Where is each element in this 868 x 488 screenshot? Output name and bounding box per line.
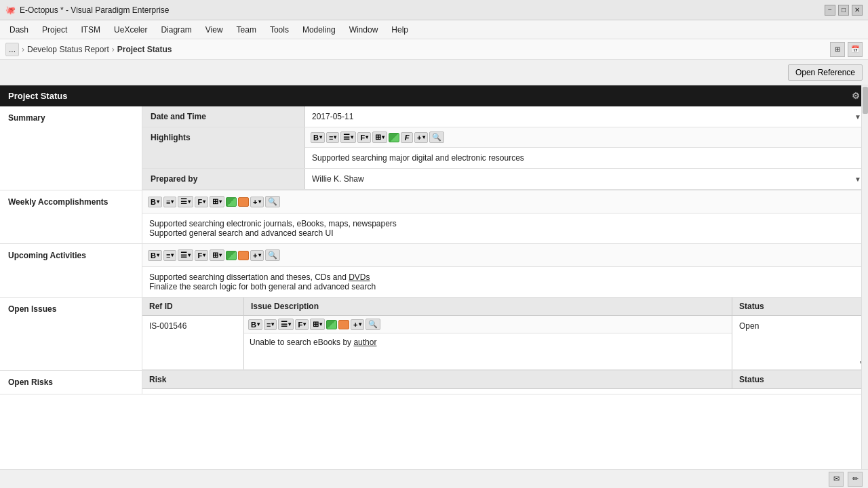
settings-icon[interactable]: ⚙ [852,91,860,101]
wa-font-button[interactable]: F▾ [195,197,208,207]
scrollbar-thumb[interactable] [863,87,868,114]
desc-font-btn[interactable]: F▾ [295,319,309,330]
issues-cell-refid-1: IS-001546 [142,316,244,369]
ua-text: Supported searching dissertation and the… [142,267,868,297]
menu-dash[interactable]: Dash [3,22,35,37]
wa-header: Weekly Accomplishments B▾ ≡▾ ☰▾ F▾ ⊞▾ +▾… [0,190,868,214]
wa-label: Weekly Accomplishments [0,190,142,214]
summary-label: Summary [0,106,142,190]
issues-cell-desc-1: B▾ ≡▾ ☰▾ F▾ ⊞▾ +▾ 🔍 Unable to search eBo… [244,316,732,369]
date-time-label: Date and Time [142,106,305,127]
ua-font-button[interactable]: F▾ [195,250,208,261]
menu-bar: Dash Project ITSM UeXceler Diagram View … [0,20,868,39]
breadcrumb-ellipsis[interactable]: ... [5,43,19,56]
italic-button[interactable]: F [401,132,413,143]
ua-binoculars-button[interactable]: 🔍 [265,249,280,261]
ua-toolbar: B▾ ≡▾ ☰▾ F▾ ⊞▾ +▾ 🔍 [142,244,868,267]
open-reference-button[interactable]: Open Reference [788,64,863,81]
menu-help[interactable]: Help [384,22,415,37]
table-button[interactable]: ⊞▾ [372,131,387,143]
binoculars-button[interactable]: 🔍 [429,131,444,143]
dvds-link[interactable]: DVDs [349,272,370,282]
col-issue-description: Issue Description [244,298,732,315]
open-risks-table: Risk Status [142,371,868,394]
breadcrumb-develop-status-report[interactable]: Develop Status Report [27,45,109,54]
author-link[interactable]: author [353,338,376,347]
bold-button[interactable]: B▾ [311,132,325,143]
wa-bold-button[interactable]: B▾ [148,197,162,207]
align-button[interactable]: ≡▾ [326,132,339,143]
ua-align-button[interactable]: ≡▾ [163,250,176,261]
maximize-button[interactable]: □ [838,5,849,16]
highlights-label: Highlights [142,127,305,148]
issues-cell-status-1: Open ▼ [732,316,868,369]
breadcrumb-icon-grid[interactable]: ⊞ [830,42,845,57]
highlights-header: Highlights B▾ ≡▾ ☰▾ F▾ ⊞▾ F +▾ 🔍 [142,127,868,148]
close-button[interactable]: ✕ [852,5,863,16]
ua-table-button[interactable]: ⊞▾ [210,249,224,261]
desc-table-btn[interactable]: ⊞▾ [310,319,325,330]
project-status-title: Project Status [8,91,67,101]
date-time-row: Date and Time 2017-05-11 ▼ [142,106,868,127]
summary-section: Summary Date and Time 2017-05-11 ▼ Highl… [0,106,868,190]
prepared-by-row: Prepared by Willie K. Shaw ▼ [142,169,868,190]
highlights-text[interactable]: Supported searching major digital and el… [305,148,868,168]
wa-content: Supported searching electronic journals,… [0,214,868,243]
scrollbar[interactable] [861,85,868,469]
breadcrumb-sep-1: › [22,45,24,54]
menu-window[interactable]: Window [342,22,385,37]
wa-insert-button[interactable]: +▾ [250,197,263,207]
minimize-button[interactable]: − [825,5,835,16]
ua-orange-icon[interactable] [238,251,249,260]
wa-table-button[interactable]: ⊞▾ [210,196,224,207]
ua-bold-button[interactable]: B▾ [148,250,162,261]
breadcrumb-project-status[interactable]: Project Status [117,45,172,54]
issues-table-header: Ref ID Issue Description Status [142,298,868,316]
wa-list-button[interactable]: ☰▾ [178,196,193,207]
project-status-header: Project Status ⚙ [0,85,868,106]
menu-diagram[interactable]: Diagram [154,22,198,37]
menu-project[interactable]: Project [35,22,74,37]
issues-status-value-1: Open [732,316,868,336]
desc-insert-btn[interactable]: +▾ [351,319,363,330]
desc-binoculars-btn[interactable]: 🔍 [366,319,380,330]
date-time-value-cell: 2017-05-11 ▼ [305,106,868,127]
menu-tools[interactable]: Tools [263,22,296,37]
ua-list-button[interactable]: ☰▾ [178,249,193,261]
insert-button[interactable]: +▾ [414,132,427,143]
ua-green-icon[interactable] [226,251,237,260]
desc-green-icon[interactable] [326,320,337,329]
desc-bold-btn[interactable]: B▾ [248,319,262,330]
ua-header: Upcoming Activities B▾ ≡▾ ☰▾ F▾ ⊞▾ +▾ 🔍 [0,244,868,267]
status-mail-icon[interactable]: ✉ [829,472,844,487]
desc-list-btn[interactable]: ☰▾ [278,319,294,330]
date-time-dropdown[interactable]: ▼ [854,113,861,121]
wa-orange-icon[interactable] [238,197,249,207]
desc-align-btn[interactable]: ≡▾ [264,319,277,330]
font-button[interactable]: F▾ [357,132,371,143]
title-bar-controls[interactable]: − □ ✕ [825,5,863,16]
menu-uexceler[interactable]: UeXceler [107,22,154,37]
ua-insert-button[interactable]: +▾ [250,250,263,261]
highlights-spacer [142,148,305,168]
highlights-toolbar: B▾ ≡▾ ☰▾ F▾ ⊞▾ F +▾ 🔍 [305,127,868,148]
menu-team[interactable]: Team [230,22,263,37]
green-icon-1[interactable] [389,133,399,142]
wa-align-button[interactable]: ≡▾ [163,197,176,207]
ua-line-2: Finalize the search logic for both gener… [149,282,861,291]
breadcrumb-icon-calendar[interactable]: 📅 [848,42,863,57]
status-edit-icon[interactable]: ✏ [848,472,863,487]
wa-green-icon[interactable] [226,197,237,207]
prepared-by-dropdown[interactable]: ▼ [854,176,861,183]
open-risks-label-row: Open Risks Risk Status [0,371,868,394]
ua-line-1: Supported searching dissertation and the… [149,272,861,282]
desc-orange-icon[interactable] [338,320,349,329]
title-bar-left: 🐙 E-Octopus * - Visual Paradigm Enterpri… [5,5,170,15]
menu-view[interactable]: View [199,22,230,37]
menu-modeling[interactable]: Modeling [296,22,342,37]
col-risk: Risk [142,371,732,388]
list-button[interactable]: ☰▾ [340,131,356,143]
col-status: Status [732,298,868,315]
wa-binoculars-button[interactable]: 🔍 [265,196,280,207]
menu-itsm[interactable]: ITSM [74,22,107,37]
